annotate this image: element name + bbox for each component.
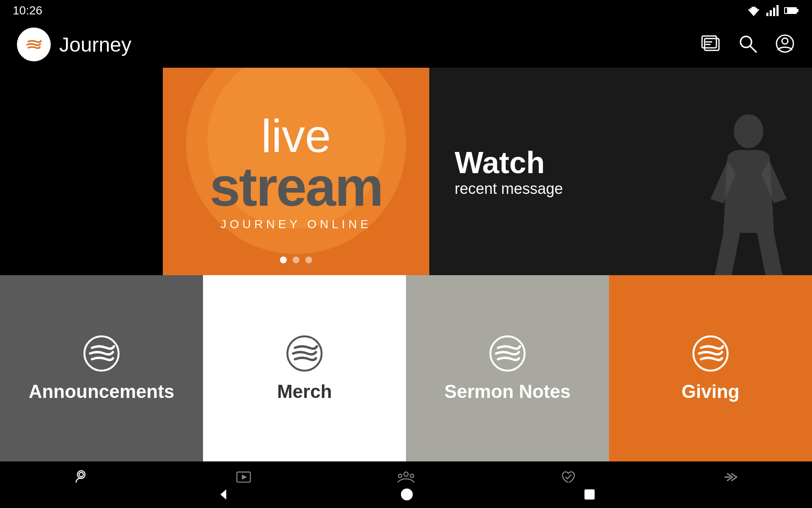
svg-rect-5 bbox=[773, 8, 775, 16]
hero-live-text: live bbox=[210, 113, 382, 159]
sermon-notes-label: Sermon Notes bbox=[444, 381, 571, 402]
header-brand: Journey bbox=[17, 28, 132, 61]
dot-3[interactable] bbox=[305, 257, 312, 263]
svg-rect-6 bbox=[776, 5, 779, 16]
merch-label: Merch bbox=[277, 381, 332, 402]
tile-merch[interactable]: Merch bbox=[203, 275, 406, 461]
tiles-section: Announcements Merch bbox=[0, 275, 812, 461]
system-recents-button[interactable] bbox=[583, 488, 596, 502]
dot-1[interactable] bbox=[280, 257, 287, 263]
announcements-icon bbox=[82, 334, 121, 373]
tile-sermon-notes[interactable]: Sermon Notes bbox=[406, 275, 609, 461]
watch-label: Watch bbox=[455, 145, 563, 180]
account-icon-button[interactable] bbox=[775, 33, 795, 55]
hero-subtitle: JOURNEY ONLINE bbox=[210, 218, 382, 230]
svg-marker-27 bbox=[242, 475, 247, 480]
journey-logo-icon bbox=[22, 33, 46, 56]
status-time: 10:26 bbox=[13, 4, 42, 17]
hero-dots bbox=[280, 257, 312, 263]
dot-2[interactable] bbox=[293, 257, 299, 263]
status-bar: 10:26 bbox=[0, 0, 812, 21]
svg-point-29 bbox=[398, 474, 402, 478]
svg-point-24 bbox=[79, 472, 83, 477]
svg-point-25 bbox=[77, 471, 85, 478]
svg-point-28 bbox=[404, 472, 408, 476]
status-icons bbox=[746, 5, 799, 16]
watch-card-text: Watch recent message bbox=[455, 145, 563, 198]
hero-slide-livestream[interactable]: live stream JOURNEY ONLINE bbox=[163, 68, 429, 275]
svg-rect-8 bbox=[785, 8, 787, 13]
recent-message-label: recent message bbox=[455, 180, 563, 197]
giving-icon bbox=[691, 334, 730, 373]
giving-label: Giving bbox=[682, 381, 740, 402]
system-nav-bar bbox=[0, 483, 812, 508]
system-back-button[interactable] bbox=[216, 487, 230, 503]
svg-point-32 bbox=[401, 489, 413, 500]
chat-icon-button[interactable] bbox=[700, 33, 721, 55]
signal-icon bbox=[766, 5, 779, 16]
sermon-notes-icon bbox=[488, 334, 527, 373]
app-header: Journey bbox=[0, 21, 812, 68]
merch-icon bbox=[285, 334, 324, 373]
svg-line-16 bbox=[750, 46, 756, 52]
svg-rect-9 bbox=[797, 9, 798, 12]
wifi-icon bbox=[746, 5, 761, 16]
svg-point-19 bbox=[734, 114, 763, 148]
svg-point-30 bbox=[410, 474, 414, 478]
announcements-label: Announcements bbox=[29, 381, 175, 402]
svg-marker-31 bbox=[220, 489, 226, 500]
hero-stream-text: stream bbox=[210, 159, 382, 214]
app-logo[interactable] bbox=[17, 28, 51, 61]
hero-watch-card[interactable]: Watch recent message bbox=[429, 68, 812, 275]
svg-rect-3 bbox=[766, 13, 768, 16]
header-actions bbox=[700, 33, 795, 55]
system-home-button[interactable] bbox=[400, 487, 414, 503]
main-content: live stream JOURNEY ONLINE Watch recent … bbox=[0, 68, 812, 461]
hero-section: live stream JOURNEY ONLINE Watch recent … bbox=[0, 68, 812, 275]
svg-rect-33 bbox=[584, 489, 595, 500]
search-icon-button[interactable] bbox=[738, 33, 758, 55]
svg-point-18 bbox=[782, 38, 788, 44]
battery-icon bbox=[784, 6, 799, 15]
svg-rect-4 bbox=[770, 10, 772, 16]
app-title: Journey bbox=[59, 33, 132, 56]
tile-announcements[interactable]: Announcements bbox=[0, 275, 203, 461]
hero-left-bg bbox=[0, 68, 163, 275]
tile-giving[interactable]: Giving bbox=[609, 275, 812, 461]
person-silhouette bbox=[685, 68, 812, 275]
